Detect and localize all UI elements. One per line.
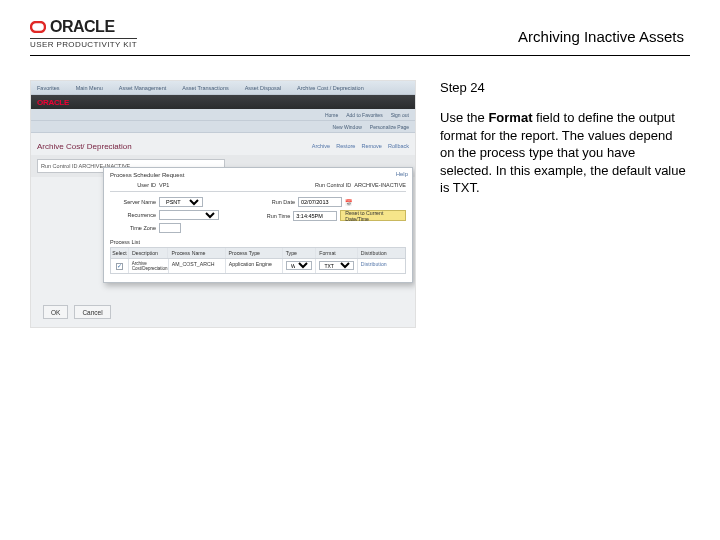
step-description: Use the Format field to define the outpu… (440, 109, 690, 197)
recurrence-label: Recurrence (110, 212, 156, 218)
reset-datetime-button[interactable]: Reset to Current Date/Time (340, 210, 406, 221)
brand-subtitle: USER PRODUCTIVITY KIT (30, 38, 137, 49)
col-select: Select (111, 248, 129, 258)
nav-item[interactable]: Main Menu (76, 85, 103, 91)
recurrence-select[interactable] (159, 210, 219, 220)
col-process-type: Process Type (226, 248, 283, 258)
screenshot-panel: Favorites Main Menu Asset Management Ass… (30, 80, 416, 328)
action-link[interactable]: Personalize Page (370, 124, 409, 130)
nav-item[interactable]: Asset Disposal (245, 85, 281, 91)
page-title: Archiving Inactive Assets (518, 28, 684, 45)
row-process-name: AM_COST_ARCH (169, 259, 226, 273)
timezone-label: Time Zone (110, 225, 156, 231)
modal-footer-buttons: OK Cancel (43, 305, 111, 319)
col-description: Description (129, 248, 168, 258)
app-subnav: Home Add to Favorites Sign out (31, 109, 415, 121)
table-row: Archive Cost/Depreciation AM_COST_ARCH A… (111, 259, 405, 273)
brand: ORACLE USER PRODUCTIVITY KIT (30, 18, 137, 49)
nav-item[interactable]: Asset Transactions (182, 85, 228, 91)
col-format: Format (316, 248, 357, 258)
subnav-item[interactable]: Home (325, 112, 338, 118)
row-process-type: Application Engine (226, 259, 283, 273)
page-bar-links: Archive Restore Remove Rollback (312, 143, 409, 149)
row-distribution-link[interactable]: Distribution (358, 259, 405, 273)
runtime-label: Run Time (255, 213, 290, 219)
row-format-select[interactable]: TXT (319, 261, 353, 270)
cancel-button[interactable]: Cancel (74, 305, 110, 319)
server-select[interactable]: PSNT (159, 197, 203, 207)
subnav-item[interactable]: Add to Favorites (346, 112, 382, 118)
col-process-name: Process Name (168, 248, 225, 258)
app-nav-bar: Favorites Main Menu Asset Management Ass… (31, 81, 415, 95)
breadcrumb-actions: New Window Personalize Page (31, 121, 415, 133)
userid-value: VP1 (159, 182, 169, 188)
bar-link[interactable]: Restore (336, 143, 355, 149)
row-description: Archive Cost/Depreciation (129, 259, 169, 273)
col-distribution: Distribution (358, 248, 405, 258)
svg-rect-0 (31, 22, 45, 32)
process-scheduler-modal: Help Process Scheduler Request User ID V… (103, 167, 413, 283)
nav-item[interactable]: Asset Management (119, 85, 166, 91)
brand-name: ORACLE (50, 18, 115, 36)
col-type: Type (283, 248, 317, 258)
row-select-checkbox[interactable] (116, 263, 123, 270)
run-control-value: ARCHIVE-INACTIVE (354, 182, 406, 188)
server-label: Server Name (110, 199, 156, 205)
app-brand: ORACLE (37, 98, 69, 107)
modal-title: Process Scheduler Request (110, 172, 406, 178)
runtime-input[interactable] (293, 211, 337, 221)
rundate-input[interactable] (298, 197, 342, 207)
nav-item[interactable]: Archive Cost / Depreciation (297, 85, 364, 91)
help-link[interactable]: Help (396, 171, 408, 177)
page-bar: Archive Cost/ Depreciation Archive Resto… (31, 139, 415, 153)
bar-link[interactable]: Remove (361, 143, 381, 149)
bar-link[interactable]: Rollback (388, 143, 409, 149)
step-label: Step 24 (440, 80, 690, 95)
userid-label: User ID (110, 182, 156, 188)
action-link[interactable]: New Window (333, 124, 362, 130)
app-brand-bar: ORACLE (31, 95, 415, 109)
ok-button[interactable]: OK (43, 305, 68, 319)
page-bar-title: Archive Cost/ Depreciation (37, 142, 132, 151)
run-control-label: Run Control ID (295, 182, 351, 188)
timezone-input[interactable] (159, 223, 181, 233)
brand-logo: ORACLE (30, 18, 137, 36)
subnav-item[interactable]: Sign out (391, 112, 409, 118)
nav-item[interactable]: Favorites (37, 85, 60, 91)
bar-link[interactable]: Archive (312, 143, 330, 149)
process-list-header: Process List (110, 239, 406, 245)
oracle-o-icon (30, 21, 46, 33)
process-list-grid: Select Description Process Name Process … (110, 247, 406, 274)
calendar-icon[interactable]: 📅 (345, 199, 352, 206)
rundate-label: Run Date (255, 199, 295, 205)
instruction-panel: Step 24 Use the Format field to define t… (440, 80, 690, 328)
row-type-select[interactable]: Web (286, 261, 313, 270)
